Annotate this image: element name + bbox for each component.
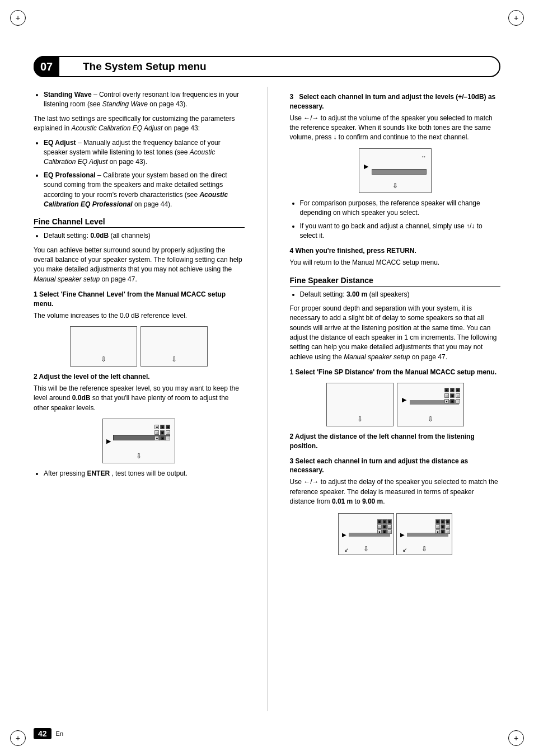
screen-b2: ↔ ▶ ■ ■ ■ □ ◆ □ ■ ■ □ ↙ ⇩ <box>396 513 452 555</box>
manual-speaker-italic: Manual speaker setup <box>34 275 100 283</box>
sel-arrow-b1: ▶ <box>342 531 346 537</box>
sel-arrow-b2: ▶ <box>400 531 405 537</box>
step2-heading: 2 Adjust the level of the left channel. <box>34 372 245 382</box>
eq-pro-end: on page 44). <box>134 200 172 208</box>
bullet-text2: on page 43). <box>149 100 187 108</box>
screen-box-r3: ↔ ▶ ⇩ <box>359 148 432 193</box>
eq-adjust-label: EQ Adjust <box>44 139 76 147</box>
step2-bullets: After pressing ENTER , test tones will b… <box>44 469 245 478</box>
screen-arrow: ⇩ <box>101 355 106 363</box>
step2-bold: 0.0dB <box>72 394 91 402</box>
grid-cell: ■ <box>444 399 449 403</box>
screen-arrow-fsd2: ⇩ <box>428 415 433 423</box>
grid-cell: ■ <box>160 436 165 440</box>
screen-b1: ↔ ▶ ■ ■ ■ □ ◆ □ ■ ■ □ ↙ ⇩ <box>338 513 394 555</box>
screen-box-step2: ▶ ■ ■ ■ □ ◆ □ ■ ■ □ ⇩ <box>102 419 175 463</box>
selector-arrow2: ▶ <box>364 162 368 170</box>
screen-box-fsd1-right: ▶ ■ ■ ■ □ ◆ □ ■ ■ □ ⇩ <box>397 383 464 426</box>
step3-bullets: For comparison purposes, the reference s… <box>300 199 501 241</box>
column-divider <box>267 87 268 711</box>
screen-arrow2: ⇩ <box>171 355 177 363</box>
corner-label-b1: ↙ <box>344 547 349 553</box>
screen-pair-1: ↔ ▶ ■ ■ ■ □ ◆ □ ■ ■ □ ↙ ⇩ <box>338 513 394 555</box>
screen-arrow-fsd1: ⇩ <box>357 415 363 423</box>
grid-cell: ■ <box>450 388 455 392</box>
page-number: 42 <box>34 728 51 739</box>
default-label: Default setting: <box>44 232 90 240</box>
grid-cell: ■ <box>450 399 455 403</box>
grid-cell: □ <box>166 436 170 440</box>
step4-heading: 4 When you're finished, press RETURN. <box>290 246 501 256</box>
fsd-dist-from: 0.01 m <box>332 497 353 505</box>
screen-mockup-right-step3: ↔ ▶ ⇩ <box>290 148 501 193</box>
grid-cell: ■ <box>154 425 159 429</box>
fsd-step3-text: Use ←/→ to adjust the delay of the speak… <box>290 477 501 506</box>
selector-arrow3: ▶ <box>402 396 406 403</box>
fsd-step2-heading: 2 Adjust the distance of the left channe… <box>290 432 501 451</box>
screen-arrow-r3: ⇩ <box>392 182 398 190</box>
step3-heading: 3 Select each channel in turn and adjust… <box>290 92 501 111</box>
grid-cell: ■ <box>166 425 170 429</box>
screen-mockup-fsd-bottom: ↔ ▶ ■ ■ ■ □ ◆ □ ■ ■ □ ↙ ⇩ <box>290 513 501 555</box>
corner-mark-tr <box>508 10 524 26</box>
page-lang: En <box>56 730 63 737</box>
corner-label-b2: ↙ <box>402 547 407 553</box>
list-item: For comparison purposes, the reference s… <box>300 199 501 218</box>
enter-bold: ENTER <box>87 469 110 477</box>
screen-box-left: ⇩ <box>70 326 137 367</box>
list-item: EQ Adjust – Manually adjust the frequenc… <box>44 138 245 167</box>
step3-text: Use ←/→ to adjust the volume of the spea… <box>290 114 501 143</box>
fine-speaker-default-list: Default setting: 3.00 m (all speakers) <box>300 290 501 299</box>
list-item: Standing Wave – Control overly resonant … <box>44 90 245 110</box>
manual-speaker-italic2: Manual speaker setup <box>344 353 410 361</box>
fsd-dist-to: 9.00 m <box>362 497 383 505</box>
screen-mockup-step1: ⇩ ⇩ <box>34 326 245 367</box>
fine-channel-default: Default setting: 0.0dB (all channels) <box>44 231 245 241</box>
selector-arrow: ▶ <box>106 438 111 445</box>
grid-b2: ■ ■ ■ □ ◆ □ ■ ■ □ <box>435 519 449 533</box>
fine-speaker-default: Default setting: 3.00 m (all speakers) <box>300 290 501 299</box>
intro-bullets: Standing Wave – Control overly resonant … <box>44 90 245 110</box>
sub-bullets: EQ Adjust – Manually adjust the frequenc… <box>44 138 245 210</box>
grid-cell: □ <box>166 430 170 435</box>
list-item: After pressing ENTER , test tones will b… <box>44 469 245 478</box>
footer: 42 En <box>34 728 63 739</box>
screen-box-fsd1-left: ⇩ <box>326 383 394 426</box>
bullet-italic: Standing Wave <box>102 100 148 108</box>
corner-mark-tl <box>10 10 26 26</box>
corner-mark-br <box>508 730 524 746</box>
grid-cell: □ <box>456 393 460 398</box>
fine-channel-default-list: Default setting: 0.0dB (all channels) <box>44 231 245 241</box>
right-column: 3 Select each channel in turn and adjust… <box>284 87 501 711</box>
grid-cell: □ <box>456 399 460 403</box>
grid-cell: ■ <box>154 436 159 440</box>
step4-text: You will return to the Manual MCACC setu… <box>290 258 501 267</box>
left-column: Standing Wave – Control overly resonant … <box>34 87 250 711</box>
header-bar: 07 The System Setup menu <box>34 56 500 77</box>
speaker-grid: ■ ■ ■ □ ◆ □ ■ ■ □ <box>154 425 170 440</box>
list-item: If you want to go back and adjust a chan… <box>300 222 501 241</box>
fine-speaker-title: Fine Speaker Distance <box>290 276 501 287</box>
eq-adjust-end: on page 43). <box>110 158 147 166</box>
level-bar-r3 <box>372 169 427 175</box>
default-end2: (all speakers) <box>369 290 410 298</box>
list-item: EQ Professional – Calibrate your system … <box>44 171 245 210</box>
bullet-label: Standing Wave <box>44 91 92 98</box>
intro-para: The last two settings are specifically f… <box>34 114 245 134</box>
fsd-step3-heading: 3 Select each channel in turn and adjust… <box>290 457 501 476</box>
chapter-number: 07 <box>34 56 59 77</box>
step1-text: The volume increases to the 0.0 dB refer… <box>34 311 245 321</box>
screen-box-right: ⇩ <box>140 326 208 367</box>
step1-heading: 1 Select 'Fine Channel Level' from the M… <box>34 290 245 309</box>
fine-channel-title: Fine Channel Level <box>34 217 245 228</box>
corner-mark-bl <box>10 730 26 746</box>
page-title: The System Setup menu <box>83 60 207 73</box>
main-content: Standing Wave – Control overly resonant … <box>34 87 500 711</box>
grid-cell: □ <box>444 393 449 398</box>
grid-cell: ◆ <box>450 393 455 398</box>
step2-text: This will be the reference speaker level… <box>34 384 245 413</box>
grid-cell: ◆ <box>160 430 165 435</box>
fsd-step1-heading: 1 Select 'Fine SP Distance' from the Man… <box>290 368 501 377</box>
eq-pro-label: EQ Professional <box>44 171 96 179</box>
screen-pair-2: ↔ ▶ ■ ■ ■ □ ◆ □ ■ ■ □ ↙ ⇩ <box>396 513 452 555</box>
